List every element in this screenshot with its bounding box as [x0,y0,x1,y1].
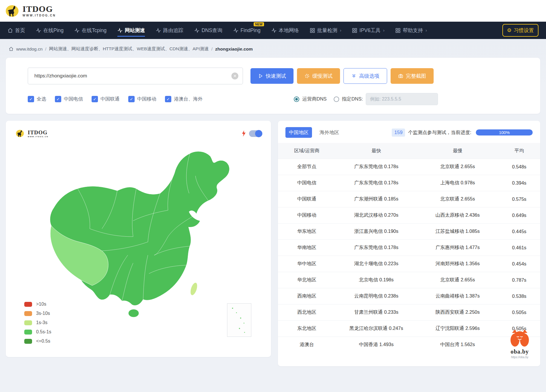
slowest-cell: 辽宁沈阳联通 2.596s [417,320,498,337]
checked-checkbox-icon[interactable]: ✓ [28,96,34,102]
breadcrumb-current: zhongxiaojie.com [215,47,253,52]
breadcrumb-separator: / [211,47,212,52]
region-cell: 中国联通 [278,191,336,207]
region-cell: 全部节点 [278,159,336,175]
region-cell: 西北地区 [278,304,336,320]
legend-label: >10s [36,302,46,307]
fastest-cell: 湖北十堰电信 0.223s [336,256,417,272]
region-cell: 华中地区 [278,256,336,272]
dns-options: 运营商DNS 指定DNS: [294,93,438,105]
checkbox-label: 全选 [37,96,46,102]
slowest-cell: 江苏盐城移动 1.085s [417,223,498,239]
checkbox-中国电信[interactable]: ✓中国电信 [55,96,83,102]
china-map[interactable] [17,142,260,326]
tab-overseas-region[interactable]: 海外地区 [316,127,343,138]
legend-item: <=0.5s [24,339,51,344]
nav-item-label: 首页 [15,27,25,34]
slowest-cell: 云南曲靖移动 1.387s [417,288,498,304]
quick-test-button[interactable]: 快速测试 [250,68,294,84]
nav-item-网站测速[interactable]: 网站测速 [117,22,145,39]
fastest-cell: 北京电信 0.198s [336,272,417,288]
pulse-icon [156,28,161,33]
logo-subtitle: WWW.ITDOG.CN [28,136,49,138]
fastest-cell: 甘肃兰州联通 0.233s [336,304,417,320]
node-count-badge: 159 [392,129,405,137]
nav-item-FindPing[interactable]: FindPingNEW [233,22,261,39]
table-row: 西南地区云南昆明电信 0.238s云南曲靖移动 1.387s0.538s [278,288,540,304]
custom-dns-input[interactable] [366,93,438,105]
legend-swatch [24,302,32,307]
settings-button[interactable]: ⚙ 习惯设置 [502,24,538,37]
full-screenshot-button[interactable]: 完整截图 [391,68,434,84]
realtime-toggle[interactable] [249,130,262,137]
legend-item: 0.5s-1s [24,329,51,335]
checkbox-港澳台、海外[interactable]: ✓港澳台、海外 [165,96,203,102]
checkbox-全选[interactable]: ✓全选 [28,96,46,102]
checked-checkbox-icon[interactable]: ✓ [128,96,135,102]
slowest-cell: 北京联通 2.655s [417,272,498,288]
nav-item-DNS查询[interactable]: DNS查询 [194,22,222,39]
checked-checkbox-icon[interactable]: ✓ [165,96,171,102]
table-row: 中国电信广东东莞电信 0.178s上海电信 0.978s0.394s [278,175,540,191]
nav-item-首页[interactable]: 首页 [8,22,25,39]
operator-dns-label: 运营商DNS [302,96,326,102]
home-icon [8,28,13,33]
grid-icon [395,28,401,33]
legend-swatch [24,311,32,316]
checked-checkbox-icon[interactable]: ✓ [92,96,98,102]
table-row: 华中地区湖北十堰电信 0.223s河南郑州移动 1.356s0.454s [278,256,540,272]
full-screenshot-label: 完整截图 [406,73,426,79]
map-legend: >10s3s-10s1s-3s0.5s-1s<=0.5s [24,302,51,344]
pulse-icon [271,28,277,33]
settings-label: 习惯设置 [514,27,534,34]
average-cell: 0.505s [498,304,540,320]
tab-china-region[interactable]: 中国地区 [285,127,312,138]
checkbox-中国移动[interactable]: ✓中国移动 [128,96,156,102]
nav-item-帮助支持[interactable]: 帮助支持› [395,22,427,39]
itdog-dog-icon [5,5,20,17]
url-input[interactable] [28,68,243,84]
south-china-sea-inset [227,303,251,337]
nav-item-label: IPV6工具 [359,27,380,34]
progress-fill: 100% [476,129,533,135]
region-cell: 华南地区 [278,239,336,256]
nav-item-本地网络[interactable]: 本地网络 [271,22,299,39]
nav-item-在线Ping[interactable]: 在线Ping [36,22,64,39]
legend-swatch [24,339,32,344]
slow-test-button[interactable]: 缓慢测试 [297,68,340,84]
slowest-cell: 陕西西安联通 2.250s [417,304,498,320]
average-cell: 0.787s [498,272,540,288]
advanced-options-label: 高级选项 [359,73,379,79]
average-cell: 0.394s [498,175,540,191]
nav-item-在线Tcping[interactable]: 在线Tcping [74,22,107,39]
table-row: 华北地区北京电信 0.198s北京联通 2.655s0.787s [278,272,540,288]
fastest-cell: 中国香港 1.493s [336,337,417,353]
nav-item-IPV6工具[interactable]: IPV6工具› [352,22,385,39]
checkbox-中国联通[interactable]: ✓中国联通 [92,96,120,102]
table-row: 西北地区甘肃兰州联通 0.233s陕西西安联通 2.250s0.505s [278,304,540,320]
nav-item-label: 在线Tcping [82,27,107,34]
breadcrumb-home-link[interactable]: www.itdog.cn [16,47,42,52]
region-cell: 东北地区 [278,320,336,337]
checked-checkbox-icon[interactable]: ✓ [55,96,61,102]
clear-input-icon[interactable]: ✕ [231,73,238,79]
breadcrumb-separator: / [45,47,46,52]
checkbox-label: 港澳台、海外 [174,96,203,102]
site-logo[interactable]: ITDOG WWW.ITDOG.CN [5,5,56,17]
average-cell: 0.445s [498,223,540,239]
legend-item: 1s-3s [24,320,51,325]
logo-title: ITDOG [28,130,49,135]
nav-item-路由追踪[interactable]: 路由追踪 [156,22,183,39]
speed-test-card: ✕ 快速测试 缓慢测试 高级选项 完整截图 ✓全选✓中国电信✓中国联通✓中国移动… [6,58,540,114]
pulse-icon [117,28,123,33]
advanced-options-button[interactable]: 高级选项 [343,68,387,84]
operator-dns-radio[interactable] [294,96,299,102]
new-badge: NEW [254,22,264,26]
column-header: 平均 [498,143,540,159]
custom-dns-radio[interactable] [334,96,339,102]
slowest-cell: 山西太原移动 2.436s [417,207,498,223]
legend-label: 3s-10s [36,311,50,316]
region-cell: 港澳台 [278,337,336,353]
nav-item-批量检测[interactable]: 批量检测› [310,22,341,39]
logo-title: ITDOG [23,5,56,13]
